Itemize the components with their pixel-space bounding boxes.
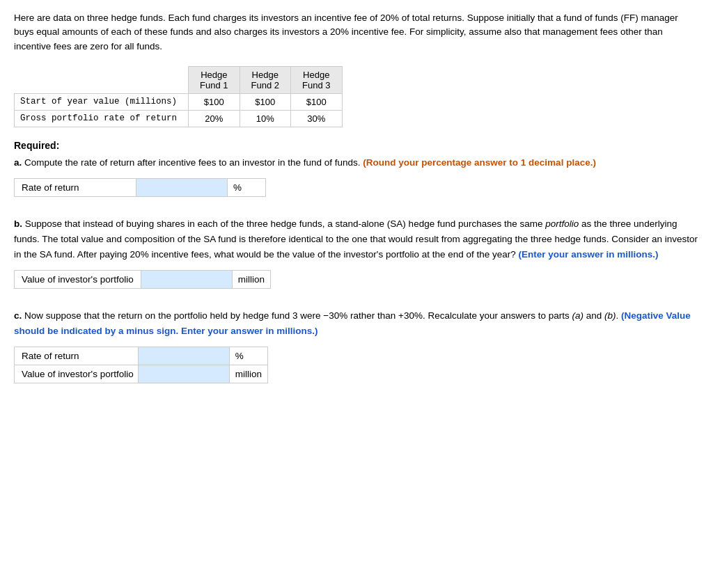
rate-of-return-label-c: Rate of return [15, 347, 139, 365]
data-table: HedgeFund 1 HedgeFund 2 HedgeFund 3 Star… [14, 66, 343, 127]
col-header-fund1: HedgeFund 1 [189, 66, 240, 93]
part-a-label: a. [14, 157, 24, 168]
table-empty-header [15, 66, 189, 93]
rate-of-return-unit-c: % [229, 347, 267, 365]
part-a-answer-row: Rate of return % [14, 178, 266, 197]
part-b-text1: Suppose that instead of buying shares in… [25, 218, 546, 229]
col-header-fund2: HedgeFund 2 [240, 66, 290, 93]
part-a-intro: a. Compute the rate of return after ince… [14, 155, 699, 170]
rate-of-return-input-cell-c [138, 347, 229, 365]
part-b-italic: portfolio [545, 218, 579, 229]
rate-of-return-label: Rate of return [15, 179, 136, 196]
part-a: a. Compute the rate of return after ince… [14, 155, 699, 198]
part-c-row-1: Rate of return % [15, 347, 268, 365]
portfolio-value-label-c: Value of investor's portfolio [15, 365, 139, 383]
cell-fund3-value: $100 [291, 93, 342, 110]
col-header-fund3: HedgeFund 3 [291, 66, 342, 93]
rate-of-return-input-c[interactable] [139, 347, 229, 365]
portfolio-value-input-cell-c [138, 365, 229, 383]
required-section: Required: a. Compute the rate of return … [14, 140, 699, 384]
portfolio-value-label-b: Value of investor's portfolio [15, 271, 141, 288]
part-c-intro: c. Now suppose that the return on the po… [14, 308, 699, 338]
rate-of-return-input-a[interactable] [136, 179, 227, 196]
part-c: c. Now suppose that the return on the po… [14, 308, 699, 383]
table-row: Gross portfolio rate of return 20% 10% 3… [15, 110, 343, 127]
part-a-emphasis: (Round your percentage answer to 1 decim… [363, 157, 596, 168]
part-b: b. Suppose that instead of buying shares… [14, 216, 699, 289]
table-row: Start of year value (millions) $100 $100… [15, 93, 343, 110]
part-b-emphasis: (Enter your answer in millions.) [519, 249, 659, 260]
cell-fund2-return: 10% [240, 110, 290, 127]
required-label: Required: [14, 140, 699, 151]
cell-fund2-value: $100 [240, 93, 290, 110]
cell-fund3-return: 30% [291, 110, 342, 127]
part-c-row-2: Value of investor's portfolio million [15, 365, 268, 383]
part-c-label: c. [14, 310, 24, 321]
part-b-label: b. [14, 218, 25, 229]
part-b-intro: b. Suppose that instead of buying shares… [14, 216, 699, 262]
row-label-2: Gross portfolio rate of return [15, 110, 189, 127]
portfolio-value-unit-b: million [232, 271, 270, 288]
intro-text: Here are data on three hedge funds. Each… [14, 13, 678, 51]
row-label-1: Start of year value (millions) [15, 93, 189, 110]
part-c-text: Now suppose that the return on the portf… [24, 310, 621, 321]
cell-fund1-value: $100 [189, 93, 240, 110]
intro-paragraph: Here are data on three hedge funds. Each… [14, 11, 699, 54]
cell-fund1-return: 20% [189, 110, 240, 127]
portfolio-value-unit-c: million [229, 365, 267, 383]
part-c-answer-table: Rate of return % Value of investor's por… [14, 347, 268, 383]
part-b-answer-row: Value of investor's portfolio million [14, 270, 271, 289]
rate-of-return-unit-a: % [227, 179, 265, 196]
portfolio-value-input-b[interactable] [141, 271, 232, 288]
portfolio-value-input-c[interactable] [139, 365, 229, 383]
part-a-text: Compute the rate of return after incenti… [24, 157, 363, 168]
